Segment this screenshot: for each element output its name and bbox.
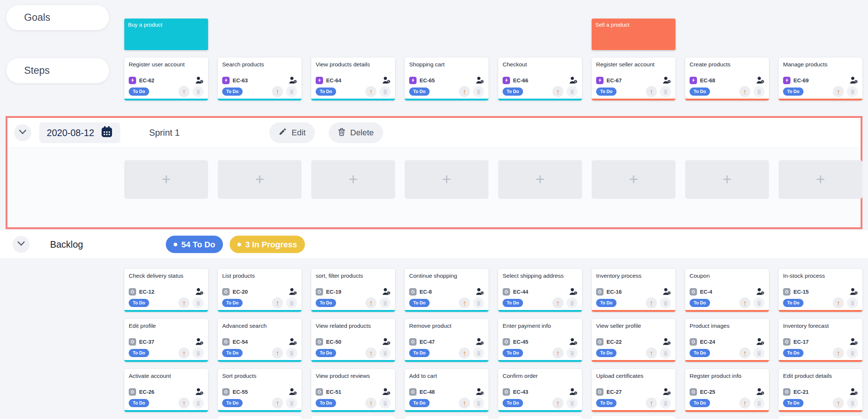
assignee-settings-icon[interactable] [569, 388, 578, 396]
edit-sprint-button[interactable]: Edit [269, 122, 315, 143]
story-card[interactable]: In-stock processEC-15To Do↑ [779, 269, 862, 312]
story-card[interactable]: Continue shoppingEC-8To Do↑ [405, 269, 489, 312]
delete-card-button[interactable] [660, 347, 671, 359]
story-card[interactable]: Inventory processEC-16To Do↑ [592, 269, 675, 312]
story-card[interactable]: Register seller accountEC-67To Do↑ [592, 57, 675, 100]
delete-card-button[interactable] [847, 297, 858, 309]
add-card-slot[interactable]: + [311, 160, 395, 199]
priority-up-button[interactable]: ↑ [739, 397, 750, 409]
assignee-settings-icon[interactable] [569, 76, 578, 84]
story-card[interactable]: Register user accountEC-62To Do↑ [124, 57, 208, 100]
story-card[interactable]: Remove productEC-47To Do↑ [405, 319, 489, 362]
priority-up-button[interactable]: ↑ [833, 86, 844, 97]
story-card[interactable]: Select shipping addressEC-44To Do↑ [498, 269, 582, 312]
priority-up-button[interactable]: ↑ [178, 297, 190, 309]
story-card[interactable]: CheckoutEC-66To Do↑ [498, 57, 582, 100]
assignee-settings-icon[interactable] [476, 388, 484, 396]
story-card[interactable]: Edit product detailsEC-21To Do↑ [779, 369, 862, 412]
story-card[interactable]: Sort productsEC-55To Do↑ [218, 369, 302, 412]
story-card[interactable]: Product imagesEC-24To Do↑ [685, 319, 769, 362]
status-count-badge[interactable]: 3 In Progress [230, 236, 305, 253]
assignee-settings-icon[interactable] [849, 288, 858, 296]
add-card-slot[interactable]: + [592, 160, 675, 199]
assignee-settings-icon[interactable] [195, 76, 204, 84]
assignee-settings-icon[interactable] [382, 288, 391, 296]
assignee-settings-icon[interactable] [289, 338, 297, 346]
priority-up-button[interactable]: ↑ [272, 86, 283, 97]
priority-up-button[interactable]: ↑ [365, 86, 377, 97]
goals-lane-pill[interactable]: Goals [6, 5, 109, 30]
assignee-settings-icon[interactable] [382, 76, 391, 84]
collapse-backlog-button[interactable] [13, 236, 30, 253]
assignee-settings-icon[interactable] [382, 388, 391, 396]
story-card[interactable]: Shopping cartEC-65To Do↑ [405, 57, 489, 100]
priority-up-button[interactable]: ↑ [646, 86, 657, 97]
delete-card-button[interactable] [193, 347, 204, 359]
assignee-settings-icon[interactable] [289, 388, 297, 396]
add-card-slot[interactable]: + [218, 160, 302, 199]
priority-up-button[interactable]: ↑ [552, 297, 563, 309]
sprint-date-picker[interactable]: 2020-08-12 [39, 122, 120, 143]
delete-card-button[interactable] [473, 297, 484, 309]
priority-up-button[interactable]: ↑ [552, 347, 563, 359]
priority-up-button[interactable]: ↑ [552, 397, 563, 409]
assignee-settings-icon[interactable] [756, 388, 765, 396]
delete-card-button[interactable] [473, 86, 484, 97]
priority-up-button[interactable]: ↑ [365, 297, 377, 309]
add-card-slot[interactable]: + [779, 160, 862, 199]
assignee-settings-icon[interactable] [756, 76, 765, 84]
assignee-settings-icon[interactable] [662, 338, 671, 346]
priority-up-button[interactable]: ↑ [459, 86, 470, 97]
assignee-settings-icon[interactable] [195, 338, 204, 346]
priority-up-button[interactable]: ↑ [552, 86, 563, 97]
story-card[interactable]: Inventory forecastEC-17To Do↑ [779, 319, 862, 362]
priority-up-button[interactable]: ↑ [272, 347, 283, 359]
delete-card-button[interactable] [286, 297, 297, 309]
story-card[interactable]: Activate accountEC-26To Do↑ [124, 369, 208, 412]
priority-up-button[interactable]: ↑ [739, 347, 750, 359]
add-card-slot[interactable]: + [685, 160, 769, 199]
assignee-settings-icon[interactable] [569, 288, 578, 296]
delete-card-button[interactable] [660, 86, 671, 97]
priority-up-button[interactable]: ↑ [365, 347, 377, 359]
delete-card-button[interactable] [379, 397, 391, 409]
delete-card-button[interactable] [286, 86, 297, 97]
story-card[interactable]: Create productsEC-68To Do↑ [685, 57, 769, 100]
delete-card-button[interactable] [193, 397, 204, 409]
assignee-settings-icon[interactable] [756, 288, 765, 296]
priority-up-button[interactable]: ↑ [646, 347, 657, 359]
priority-up-button[interactable]: ↑ [646, 297, 657, 309]
assignee-settings-icon[interactable] [662, 288, 671, 296]
assignee-settings-icon[interactable] [476, 288, 484, 296]
story-card[interactable]: Upload certificatesEC-27To Do↑ [592, 369, 675, 412]
delete-card-button[interactable] [566, 297, 578, 309]
delete-card-button[interactable] [753, 347, 765, 359]
story-card[interactable]: Edit profileEC-37To Do↑ [124, 319, 208, 362]
priority-up-button[interactable]: ↑ [739, 297, 750, 309]
delete-card-button[interactable] [566, 397, 578, 409]
delete-card-button[interactable] [473, 397, 484, 409]
story-card[interactable]: Enter payment infoEC-45To Do↑ [498, 319, 582, 362]
assignee-settings-icon[interactable] [476, 76, 484, 84]
delete-card-button[interactable] [847, 397, 858, 409]
collapse-sprint-button[interactable] [14, 124, 31, 141]
assignee-settings-icon[interactable] [569, 338, 578, 346]
delete-card-button[interactable] [286, 397, 297, 409]
priority-up-button[interactable]: ↑ [178, 86, 190, 97]
delete-card-button[interactable] [753, 297, 765, 309]
story-card[interactable]: View products detailsEC-64To Do↑ [311, 57, 395, 100]
story-card[interactable]: View seller profileEC-22To Do↑ [592, 319, 675, 362]
priority-up-button[interactable]: ↑ [365, 397, 377, 409]
delete-card-button[interactable] [660, 297, 671, 309]
assignee-settings-icon[interactable] [476, 338, 484, 346]
delete-card-button[interactable] [753, 86, 765, 97]
add-card-slot[interactable]: + [498, 160, 582, 199]
add-card-slot[interactable]: + [405, 160, 489, 199]
assignee-settings-icon[interactable] [849, 388, 858, 396]
delete-card-button[interactable] [193, 297, 204, 309]
assignee-settings-icon[interactable] [289, 76, 297, 84]
assignee-settings-icon[interactable] [849, 338, 858, 346]
assignee-settings-icon[interactable] [195, 388, 204, 396]
assignee-settings-icon[interactable] [662, 388, 671, 396]
story-card[interactable]: Regster product infoEC-25To Do↑ [685, 369, 769, 412]
